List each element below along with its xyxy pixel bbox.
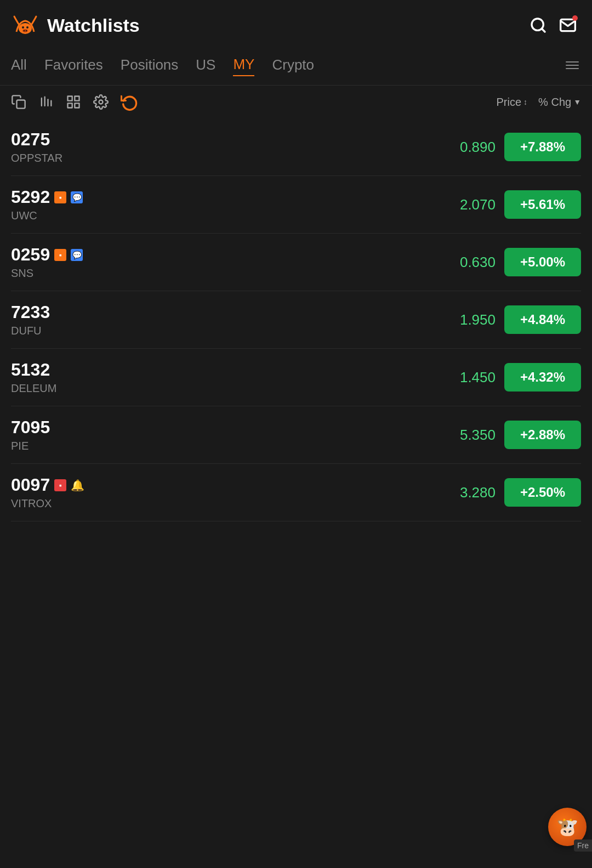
stock-item-5132[interactable]: 5132 DELEUM 1.450 +4.32% (11, 349, 581, 406)
stock-code-0097: 0097 ▪ 🔔 (11, 475, 446, 495)
orange-badge-0259: ▪ (54, 249, 66, 261)
stock-right-5292: 2.070 +5.61% (446, 190, 581, 219)
stock-right-5132: 1.450 +4.32% (446, 363, 581, 392)
search-button[interactable] (530, 16, 547, 34)
stock-item-0275[interactable]: 0275 OPPSTAR 0.890 +7.88% (11, 118, 581, 176)
pct-chg-col-header[interactable]: % Chg ▼ (538, 96, 581, 109)
tab-us[interactable]: US (196, 54, 215, 76)
stock-item-5292[interactable]: 5292 ▪ 💬 UWC 2.070 +5.61% (11, 176, 581, 234)
nav-tabs: All Favorites Positions US MY Crypto (0, 48, 592, 86)
stock-change-7233: +4.84% (504, 305, 581, 334)
stock-item-0097[interactable]: 0097 ▪ 🔔 VITROX 3.280 +2.50% (11, 464, 581, 521)
svg-point-18 (99, 100, 103, 104)
stock-left-5132: 5132 DELEUM (11, 360, 446, 395)
grid-icon[interactable] (66, 94, 81, 110)
stock-change-7095: +2.88% (504, 421, 581, 449)
svg-point-2 (22, 26, 24, 29)
stock-item-7233[interactable]: 7233 DUFU 1.950 +4.84% (11, 291, 581, 349)
svg-point-6 (26, 30, 27, 31)
svg-rect-15 (75, 97, 79, 101)
stock-left-7233: 7233 DUFU (11, 302, 446, 337)
stock-code-5292: 5292 ▪ 💬 (11, 187, 446, 207)
stock-change-5292: +5.61% (504, 190, 581, 219)
stock-right-0097: 3.280 +2.50% (446, 478, 581, 507)
settings-icon[interactable] (93, 94, 109, 110)
red-badge-0097: ▪ (54, 479, 66, 491)
header-actions (530, 16, 577, 34)
stock-name-7095: PIE (11, 440, 446, 452)
stock-name-0097: VITROX (11, 497, 446, 510)
more-menu-button[interactable] (563, 59, 581, 71)
stock-right-7233: 1.950 +4.84% (446, 305, 581, 334)
stock-change-0275: +7.88% (504, 133, 581, 161)
pct-chg-sort-arrow: ▼ (573, 98, 581, 106)
messages-button[interactable] (559, 16, 577, 34)
price-col-header[interactable]: Price ↕ (497, 96, 528, 109)
toolbar-icons (11, 93, 483, 111)
stock-price-5132: 1.450 (446, 369, 496, 386)
svg-point-4 (22, 29, 28, 32)
stock-price-0275: 0.890 (446, 139, 496, 156)
price-sort-arrow: ↕ (523, 98, 527, 106)
stock-right-0275: 0.890 +7.88% (446, 133, 581, 161)
bell-badge-0097: 🔔 (71, 479, 84, 492)
svg-point-3 (26, 26, 29, 29)
stock-code-0275: 0275 (11, 129, 446, 150)
notification-dot (572, 15, 578, 21)
stock-change-0097: +2.50% (504, 478, 581, 507)
svg-rect-16 (68, 103, 72, 107)
stock-name-0259: SNS (11, 267, 446, 280)
svg-point-5 (24, 30, 25, 31)
tab-favorites[interactable]: Favorites (44, 54, 103, 76)
toolbar: Price ↕ % Chg ▼ (0, 86, 592, 118)
refresh-icon[interactable] (121, 93, 138, 111)
stock-left-0275: 0275 OPPSTAR (11, 129, 446, 164)
stock-item-0259[interactable]: 0259 ▪ 💬 SNS 0.630 +5.00% (11, 234, 581, 291)
stock-name-0275: OPPSTAR (11, 152, 446, 164)
stock-price-0097: 3.280 (446, 484, 496, 501)
svg-rect-14 (68, 97, 72, 101)
svg-rect-17 (75, 103, 79, 107)
stock-list: 0275 OPPSTAR 0.890 +7.88% 5292 ▪ 💬 UWC 2… (0, 118, 592, 521)
orange-badge-5292: ▪ (54, 191, 66, 203)
price-label: Price (497, 96, 522, 109)
logo-icon (11, 11, 39, 39)
blue-badge-0259: 💬 (71, 249, 83, 261)
stock-left-0097: 0097 ▪ 🔔 VITROX (11, 475, 446, 510)
stock-price-5292: 2.070 (446, 196, 496, 213)
stock-left-7095: 7095 PIE (11, 417, 446, 452)
stock-right-0259: 0.630 +5.00% (446, 248, 581, 276)
stock-left-5292: 5292 ▪ 💬 UWC (11, 187, 446, 222)
tab-all[interactable]: All (11, 54, 27, 76)
header: Watchlists (0, 0, 592, 48)
stock-code-5132: 5132 (11, 360, 446, 380)
svg-line-8 (542, 29, 545, 32)
stock-price-0259: 0.630 (446, 254, 496, 271)
stock-change-0259: +5.00% (504, 248, 581, 276)
stock-item-7095[interactable]: 7095 PIE 5.350 +2.88% (11, 406, 581, 464)
bars-icon[interactable] (38, 94, 54, 110)
stock-code-0259: 0259 ▪ 💬 (11, 245, 446, 265)
tab-positions[interactable]: Positions (121, 54, 179, 76)
stock-name-7233: DUFU (11, 325, 446, 337)
stock-change-5132: +4.32% (504, 363, 581, 392)
stock-code-7233: 7233 (11, 302, 446, 322)
stock-price-7233: 1.950 (446, 311, 496, 328)
svg-rect-9 (17, 100, 25, 109)
blue-badge-5292: 💬 (71, 191, 83, 203)
stock-name-5132: DELEUM (11, 382, 446, 395)
stock-right-7095: 5.350 +2.88% (446, 421, 581, 449)
tab-my[interactable]: MY (233, 54, 254, 76)
stock-price-7095: 5.350 (446, 427, 496, 444)
free-label: Fre (574, 839, 592, 852)
copy-icon[interactable] (11, 94, 26, 110)
stock-left-0259: 0259 ▪ 💬 SNS (11, 245, 446, 280)
column-headers: Price ↕ % Chg ▼ (497, 96, 581, 109)
stock-code-7095: 7095 (11, 417, 446, 438)
pct-chg-label: % Chg (538, 96, 571, 109)
header-title: Watchlists (47, 15, 140, 36)
header-left: Watchlists (11, 11, 140, 39)
tab-crypto[interactable]: Crypto (272, 54, 314, 76)
stock-name-5292: UWC (11, 209, 446, 222)
